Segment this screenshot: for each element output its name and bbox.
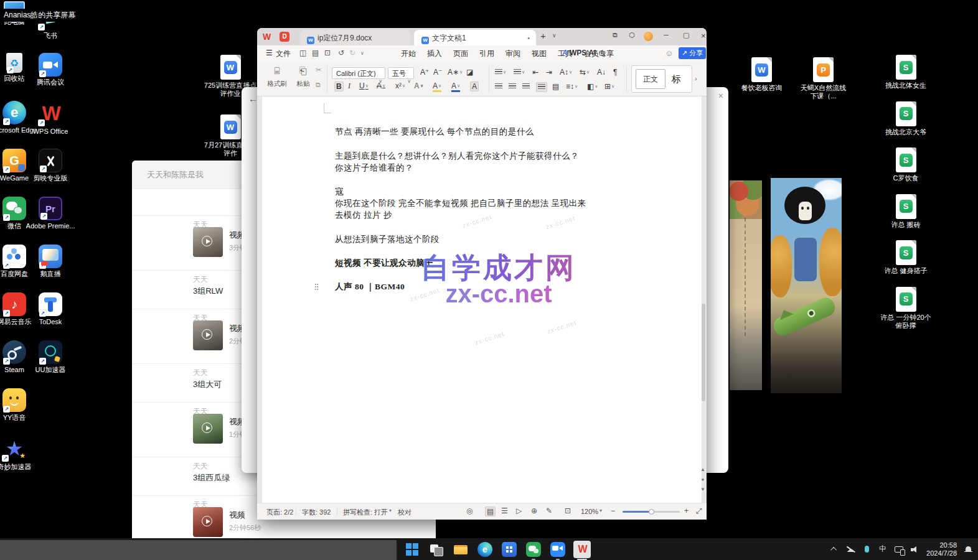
sort-icon[interactable]: A↓ [597,68,606,77]
window-layout-icon[interactable]: ⧉ [613,31,618,39]
start-button[interactable] [403,541,421,558]
cloud-off-icon[interactable]: ☁ [845,544,855,554]
font-size-select[interactable]: 五号∨ [388,67,414,79]
desktop-shortcut[interactable]: 腾讯会议 [22,53,78,101]
record-icon[interactable]: ◎ [466,506,473,515]
style-body[interactable]: 正文 [636,69,665,89]
ribbon-tab[interactable]: 开始 [395,45,421,61]
paste-button[interactable]: ⎗ 粘贴 [291,63,316,88]
char-shading-button[interactable]: A [470,82,479,91]
desktop-shortcut[interactable]: ToDesk [22,292,78,340]
copy-icon[interactable]: ⧉ [316,81,321,89]
desktop-document[interactable]: S 挑战北京大爷 [878,101,934,148]
align-left-icon[interactable] [495,82,502,91]
user-avatar[interactable] [644,32,653,41]
bold-button[interactable]: B [334,82,344,91]
wechat-taskbar-icon[interactable] [525,541,542,558]
desktop-shortcut[interactable]: 鹅直播 [22,245,78,292]
fullscreen-icon[interactable]: ⤢ [696,506,702,515]
notification-bell-icon[interactable] [963,544,973,554]
desktop-document[interactable]: W 餐饮老板咨询 [738,57,786,111]
spellcheck-status[interactable]: 拼写检查: 打开 [343,508,388,517]
cut-icon[interactable]: ✂ [316,66,321,74]
proofread-button[interactable]: 校对 [398,508,411,517]
export-icon[interactable]: ⊡ [324,49,331,57]
clear-format-icon[interactable]: ◪ [466,68,473,77]
desktop-shortcut[interactable]: 剪映专业版 [22,149,78,197]
zoom-in-icon[interactable]: + [684,506,689,515]
zoom-out-icon[interactable]: − [611,506,615,515]
distribute-icon[interactable]: ▤ [552,82,559,91]
desktop-document[interactable]: S 许总 健身搭子 [878,240,934,287]
select-browse-icon[interactable]: ● [700,477,706,482]
prev-page-icon[interactable]: ▲ [700,467,706,472]
fit-page-icon[interactable]: ⊡ [565,506,571,515]
align-center-icon[interactable] [509,82,516,91]
web-view-icon[interactable]: ⊕ [531,506,537,515]
style-heading-partial[interactable]: 标 [672,69,697,89]
justify-icon[interactable] [536,82,547,92]
edge-icon[interactable]: e [477,542,492,557]
microphone-icon[interactable] [862,544,872,554]
cast-device-icon[interactable] [894,544,904,554]
minimize-button[interactable]: ─ [664,31,669,39]
text-effects-icon[interactable]: A∗∨ [448,68,463,77]
maximize-button[interactable]: ▢ [683,31,689,39]
file-explorer-icon[interactable] [452,541,469,558]
close-button[interactable]: × [701,31,706,40]
zoom-slider[interactable] [623,511,680,513]
more-caret-icon[interactable]: ∨ [360,50,364,56]
wps-taskbar-icon-active[interactable]: W [573,541,591,558]
desktop-shortcut[interactable]: Pr Adobe Premie... [22,197,78,245]
ribbon-tab[interactable]: 审阅 [500,45,526,61]
toolbox-app-icon[interactable] [502,542,517,557]
gallery-more-icon[interactable]: › [695,75,697,82]
hamburger-icon[interactable]: ☰ [266,49,273,57]
outline-view-icon[interactable]: ☰ [501,506,508,515]
para-marks-icon[interactable]: ¶ [613,68,617,77]
spellcheck-caret-icon[interactable]: ▾ [389,508,392,513]
bullet-list-icon[interactable]: ∨ [495,68,506,77]
ribbon-tab[interactable]: 视图 [526,45,552,61]
ribbon-tab[interactable]: 引用 [474,45,500,61]
new-tab-button[interactable]: + [540,30,546,41]
wordart-button[interactable]: A∨ [414,82,423,90]
ime-chinese-icon[interactable]: 中 [878,544,888,554]
search-icon[interactable] [598,50,606,57]
desktop-shortcut[interactable]: UU加速器 [22,340,78,388]
tray-expand-icon[interactable] [829,544,839,554]
desktop-shortcut[interactable]: ★ 奇妙加速器 [0,436,42,484]
undo-icon[interactable]: ↺ [338,49,344,57]
format-painter-button[interactable]: ⌸ 格式刷 [265,63,289,88]
wps-titlebar[interactable]: W D Wip定位7月9.docx W文字文稿1 • + ∨ ⧉ ⬡ ─ ▢ × [257,28,707,45]
desktop-shortcut[interactable]: W WPS Office [22,101,78,149]
scale-text-icon[interactable]: A↕∨ [560,68,572,77]
taskbar-clock[interactable]: 20:58 2024/7/28 [926,541,957,558]
video-thumbnail[interactable] [193,414,223,444]
desktop-document[interactable]: S C罗饮食 [878,147,934,194]
desktop-document[interactable]: S 许总 搬砖 [878,194,934,241]
skin-center-icon[interactable]: ⬡ [629,31,635,39]
assistant-icon[interactable]: ☺ [665,49,673,58]
next-page-icon[interactable]: ▼ [700,487,706,492]
back-arrow-icon[interactable]: ← [248,93,258,104]
superscript-button[interactable]: x²∨ [395,82,405,90]
line-spacing-icon[interactable]: ≡↕∨ [566,82,578,91]
close-icon[interactable]: × [718,91,723,101]
docer-icon[interactable]: D [280,32,289,42]
ink-icon[interactable]: ✎ [546,506,552,515]
align-right-icon[interactable] [522,82,530,91]
font-color-button[interactable]: A∨ [451,82,460,92]
word-count[interactable]: 字数: 392 [302,508,331,517]
scrollbar-thumb[interactable] [702,304,705,401]
zoom-slider-knob[interactable] [649,509,654,515]
task-view-button[interactable] [428,541,445,558]
page-view-icon[interactable]: ▤ [485,506,496,516]
underline-button[interactable]: U∨ [359,82,369,90]
wps-logo-icon[interactable]: W [263,32,270,42]
file-menu[interactable]: 文件 [276,49,291,59]
text-direction-icon[interactable]: ⇆∨ [580,68,590,77]
vertical-scrollbar[interactable] [701,96,706,503]
shading-icon[interactable]: ◧∨ [587,82,598,91]
print-icon[interactable]: ▤ [312,49,319,57]
